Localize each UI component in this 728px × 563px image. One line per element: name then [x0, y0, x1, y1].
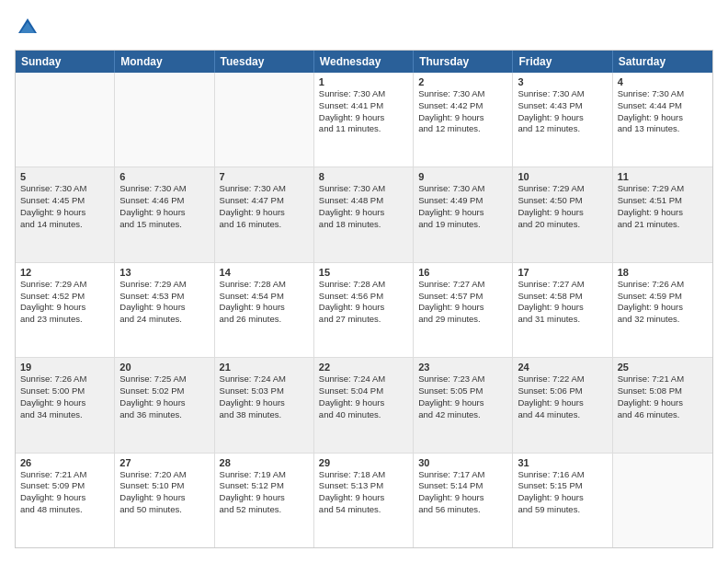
- cell-line: and 46 minutes.: [618, 409, 708, 421]
- cell-line: and 11 minutes.: [319, 123, 408, 135]
- calendar-cell-3-2: 21Sunrise: 7:24 AMSunset: 5:03 PMDayligh…: [215, 358, 314, 452]
- cell-line: and 54 minutes.: [319, 504, 408, 516]
- cell-line: Sunset: 4:43 PM: [518, 100, 607, 112]
- cell-line: Sunset: 4:48 PM: [319, 195, 408, 207]
- day-number: 25: [618, 362, 708, 373]
- day-number: 15: [319, 267, 408, 278]
- cell-line: Sunset: 4:56 PM: [319, 291, 408, 303]
- calendar-header: SundayMondayTuesdayWednesdayThursdayFrid…: [16, 51, 712, 73]
- cell-line: Daylight: 9 hours: [220, 207, 309, 219]
- calendar-cell-2-5: 17Sunrise: 7:27 AMSunset: 4:58 PMDayligh…: [513, 263, 612, 357]
- cell-line: and 56 minutes.: [418, 504, 507, 516]
- day-number: 1: [319, 76, 408, 87]
- cell-line: Sunrise: 7:17 AM: [418, 469, 507, 481]
- day-number: 14: [220, 267, 309, 278]
- cell-line: Sunset: 4:50 PM: [518, 195, 607, 207]
- day-number: 26: [20, 457, 109, 468]
- calendar-cell-0-6: 4Sunrise: 7:30 AMSunset: 4:44 PMDaylight…: [613, 73, 712, 167]
- cell-line: Daylight: 9 hours: [518, 492, 607, 504]
- weekday-header-wednesday: Wednesday: [314, 51, 414, 73]
- day-number: 11: [618, 171, 708, 182]
- calendar-cell-0-4: 2Sunrise: 7:30 AMSunset: 4:42 PMDaylight…: [414, 73, 513, 167]
- cell-line: Sunset: 5:05 PM: [418, 385, 507, 397]
- cell-line: Sunset: 5:13 PM: [319, 480, 408, 492]
- cell-line: and 14 minutes.: [20, 219, 109, 231]
- cell-line: Sunrise: 7:18 AM: [319, 469, 408, 481]
- cell-line: Daylight: 9 hours: [418, 492, 507, 504]
- cell-line: Sunrise: 7:21 AM: [20, 469, 109, 481]
- weekday-header-thursday: Thursday: [414, 51, 513, 73]
- cell-line: Daylight: 9 hours: [319, 492, 408, 504]
- cell-line: Sunset: 5:08 PM: [618, 385, 708, 397]
- calendar-cell-1-2: 7Sunrise: 7:30 AMSunset: 4:47 PMDaylight…: [215, 167, 314, 261]
- cell-line: Sunrise: 7:30 AM: [618, 88, 708, 100]
- day-number: 6: [119, 171, 209, 182]
- day-number: 10: [518, 171, 607, 182]
- cell-line: Daylight: 9 hours: [220, 302, 309, 314]
- cell-line: and 48 minutes.: [20, 504, 109, 516]
- page: SundayMondayTuesdayWednesdayThursdayFrid…: [0, 0, 728, 563]
- calendar-cell-4-0: 26Sunrise: 7:21 AMSunset: 5:09 PMDayligh…: [16, 454, 115, 547]
- cell-line: Sunrise: 7:30 AM: [319, 88, 408, 100]
- cell-line: Sunset: 4:57 PM: [418, 291, 507, 303]
- cell-line: Sunset: 4:44 PM: [618, 100, 708, 112]
- cell-line: Sunrise: 7:30 AM: [20, 183, 109, 195]
- cell-line: Sunset: 4:51 PM: [618, 195, 708, 207]
- day-number: 2: [418, 76, 507, 87]
- cell-line: Sunrise: 7:19 AM: [220, 469, 309, 481]
- cell-line: Sunset: 5:10 PM: [119, 480, 209, 492]
- cell-line: Sunrise: 7:24 AM: [220, 373, 309, 385]
- day-number: 3: [518, 76, 607, 87]
- cell-line: Sunrise: 7:27 AM: [418, 279, 507, 291]
- cell-line: Sunset: 4:47 PM: [220, 195, 309, 207]
- cell-line: and 34 minutes.: [20, 409, 109, 421]
- cell-line: Sunset: 4:46 PM: [119, 195, 209, 207]
- day-number: 13: [119, 267, 209, 278]
- calendar-cell-1-4: 9Sunrise: 7:30 AMSunset: 4:49 PMDaylight…: [414, 167, 513, 261]
- cell-line: and 29 minutes.: [418, 314, 507, 326]
- calendar-row-2: 12Sunrise: 7:29 AMSunset: 4:52 PMDayligh…: [16, 262, 712, 357]
- cell-line: Sunrise: 7:28 AM: [319, 279, 408, 291]
- calendar-cell-4-2: 28Sunrise: 7:19 AMSunset: 5:12 PMDayligh…: [215, 454, 314, 547]
- cell-line: and 15 minutes.: [119, 219, 209, 231]
- cell-line: Sunset: 4:45 PM: [20, 195, 109, 207]
- cell-line: Sunset: 5:00 PM: [20, 385, 109, 397]
- logo-icon: [15, 15, 40, 40]
- cell-line: and 40 minutes.: [319, 409, 408, 421]
- cell-line: Sunrise: 7:27 AM: [518, 279, 607, 291]
- cell-line: Sunset: 5:15 PM: [518, 480, 607, 492]
- day-number: 9: [418, 171, 507, 182]
- cell-line: Daylight: 9 hours: [220, 397, 309, 409]
- calendar-cell-0-5: 3Sunrise: 7:30 AMSunset: 4:43 PMDaylight…: [513, 73, 612, 167]
- weekday-header-monday: Monday: [115, 51, 214, 73]
- cell-line: Sunrise: 7:20 AM: [119, 469, 209, 481]
- day-number: 5: [20, 171, 109, 182]
- cell-line: Sunset: 4:58 PM: [518, 291, 607, 303]
- cell-line: Daylight: 9 hours: [119, 207, 209, 219]
- cell-line: Daylight: 9 hours: [20, 302, 109, 314]
- day-number: 24: [518, 362, 607, 373]
- day-number: 7: [220, 171, 309, 182]
- calendar-cell-4-5: 31Sunrise: 7:16 AMSunset: 5:15 PMDayligh…: [513, 454, 612, 547]
- cell-line: Sunrise: 7:29 AM: [119, 279, 209, 291]
- cell-line: and 24 minutes.: [119, 314, 209, 326]
- day-number: 12: [20, 267, 109, 278]
- day-number: 18: [618, 267, 708, 278]
- calendar-cell-1-0: 5Sunrise: 7:30 AMSunset: 4:45 PMDaylight…: [16, 167, 115, 261]
- cell-line: and 36 minutes.: [119, 409, 209, 421]
- cell-line: Sunrise: 7:23 AM: [418, 373, 507, 385]
- calendar-cell-2-2: 14Sunrise: 7:28 AMSunset: 4:54 PMDayligh…: [215, 263, 314, 357]
- cell-line: and 18 minutes.: [319, 219, 408, 231]
- cell-line: Daylight: 9 hours: [20, 492, 109, 504]
- calendar: SundayMondayTuesdayWednesdayThursdayFrid…: [15, 50, 713, 548]
- cell-line: Sunrise: 7:16 AM: [518, 469, 607, 481]
- weekday-header-saturday: Saturday: [613, 51, 712, 73]
- weekday-header-sunday: Sunday: [16, 51, 115, 73]
- calendar-cell-3-6: 25Sunrise: 7:21 AMSunset: 5:08 PMDayligh…: [613, 358, 712, 452]
- day-number: 29: [319, 457, 408, 468]
- cell-line: Sunrise: 7:30 AM: [418, 183, 507, 195]
- cell-line: Sunrise: 7:30 AM: [319, 183, 408, 195]
- day-number: 16: [418, 267, 507, 278]
- cell-line: Daylight: 9 hours: [319, 397, 408, 409]
- weekday-header-tuesday: Tuesday: [215, 51, 314, 73]
